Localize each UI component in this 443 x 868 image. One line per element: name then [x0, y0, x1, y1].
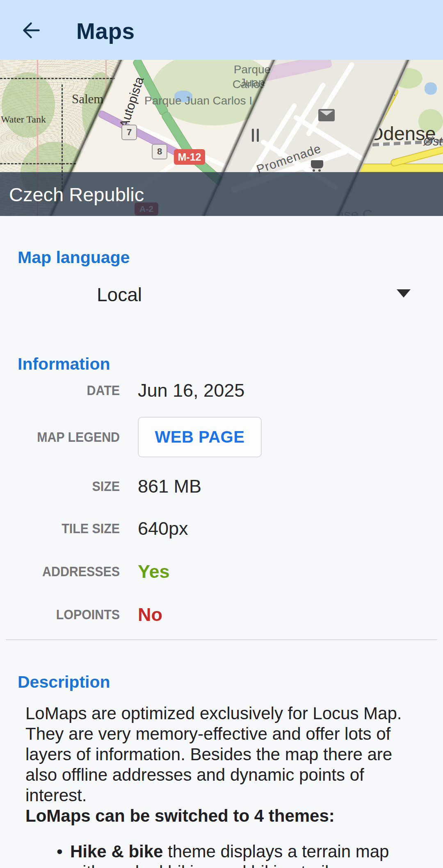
- info-label: SIZE: [9, 479, 120, 494]
- map-label-ostre: Østre: [423, 134, 443, 148]
- region-name-bar: Czech Republic: [0, 172, 443, 216]
- description-themes-heading: LoMaps can be switched to 4 themes:: [25, 806, 419, 826]
- map-label-parque: Parque Juan Carlos I: [144, 94, 252, 107]
- app-bar: Maps: [0, 0, 443, 60]
- info-label: LOPOINTS: [9, 607, 120, 623]
- road-badge-8: 8: [152, 144, 167, 159]
- topo-vegetation: [2, 72, 55, 138]
- description-paragraph: LoMaps are optimized exclusively for Loc…: [25, 703, 419, 806]
- section-divider: [6, 639, 437, 640]
- section-header-information: Information: [18, 354, 110, 374]
- info-row-tile-size: TILE SIZE 640px: [0, 516, 443, 541]
- description-text: LoMaps are optimized exclusively for Loc…: [25, 703, 419, 868]
- map-language-dropdown[interactable]: Local: [18, 278, 427, 311]
- map-label-autopista: Autopista: [116, 75, 147, 130]
- restaurant-icon: [251, 129, 262, 142]
- info-row-date: DATE Jun 16, 2025: [0, 378, 443, 403]
- theme-name: Hike & bike: [70, 842, 163, 861]
- pond: [425, 82, 437, 95]
- cart-icon: [311, 160, 323, 168]
- topo-dashed-road: [0, 78, 127, 79]
- page-title: Maps: [76, 18, 135, 44]
- info-value: Jun 16, 2025: [138, 380, 244, 401]
- back-button[interactable]: [20, 20, 43, 41]
- info-row-addresses: ADDRESSES Yes: [0, 559, 443, 584]
- arrow-left-icon: [20, 20, 43, 41]
- map-preview-banner: Salem Water Tank Autopista Parque Juan C…: [0, 60, 443, 216]
- section-header-description: Description: [18, 673, 110, 692]
- chevron-down-icon: [397, 289, 411, 298]
- info-value-lopoints: No: [138, 604, 162, 625]
- map-label-water-tank: Water Tank: [1, 114, 46, 125]
- info-row-size: SIZE 861 MB: [0, 474, 443, 499]
- themes-list: Hike & bike theme displays a terrain map…: [25, 841, 419, 868]
- mail-icon: [318, 109, 335, 121]
- info-value-addresses: Yes: [138, 561, 170, 582]
- section-header-map-language: Map language: [18, 248, 130, 267]
- info-value: 640px: [138, 518, 188, 539]
- info-label: ADDRESSES: [9, 564, 120, 579]
- info-label: DATE: [9, 383, 120, 398]
- info-label: TILE SIZE: [9, 521, 120, 536]
- info-value: 861 MB: [138, 476, 201, 497]
- web-page-button[interactable]: WEB PAGE: [138, 417, 262, 457]
- info-label: MAP LEGEND: [9, 429, 120, 445]
- theme-item-hike-bike: Hike & bike theme displays a terrain map…: [25, 841, 423, 868]
- info-row-map-legend: MAP LEGEND WEB PAGE: [0, 417, 443, 458]
- road-badge-m12: M-12: [174, 149, 205, 165]
- region-name: Czech Republic: [9, 183, 144, 205]
- road-badge-7: 7: [121, 125, 137, 140]
- map-language-selected: Local: [97, 284, 142, 306]
- info-row-lopoints: LOPOINTS No: [0, 602, 443, 627]
